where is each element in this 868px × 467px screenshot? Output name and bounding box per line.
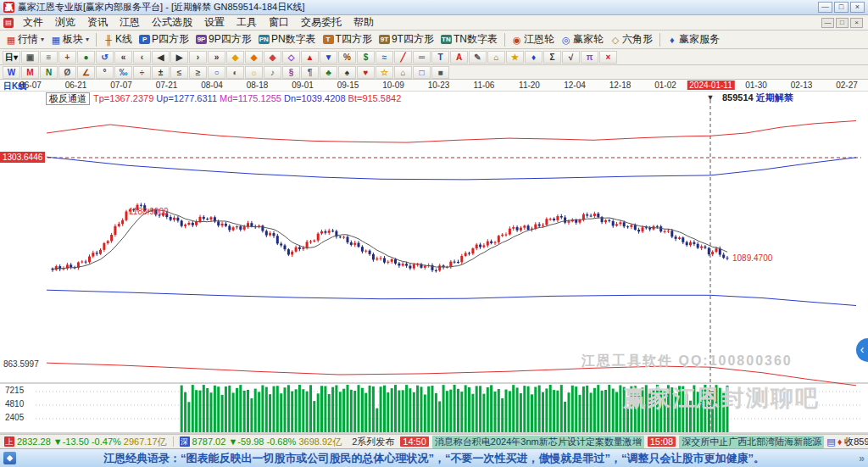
tool-icon-tb3-19[interactable]: ♠ <box>338 66 356 79</box>
tool-icon-tb3-2[interactable]: M <box>21 66 39 79</box>
tool-icon-tb2-11[interactable]: › <box>189 51 207 64</box>
tool-icon-tb2-23[interactable]: ═ <box>413 51 431 64</box>
tool-icon-tb2-8[interactable]: ‹ <box>133 51 151 64</box>
tool-icon-tb2-31[interactable]: √ <box>562 51 580 64</box>
tool-icon-tb3-5[interactable]: ∠ <box>77 66 95 79</box>
tool-icon-tb3-15[interactable]: ♪ <box>264 66 281 79</box>
tool-icon-tb2-22[interactable]: ╱ <box>394 51 412 64</box>
quote-scroll-icon[interactable]: » <box>859 453 865 464</box>
menu-item-10[interactable]: 帮助 <box>348 15 380 30</box>
toolbar-button-P四方形[interactable]: PP四方形 <box>136 31 192 47</box>
date-tick-highlight: 2024-01-11 <box>687 81 734 90</box>
tool-icon-tb3-16[interactable]: § <box>282 66 300 79</box>
toolbar-button-赢家轮[interactable]: ◎赢家轮 <box>558 31 607 47</box>
tool-icon-tb2-9[interactable]: ◀ <box>152 51 170 64</box>
p-square-icon: P <box>139 35 150 44</box>
toolbar-button-江恩轮[interactable]: ◉江恩轮 <box>509 31 558 47</box>
toolbar-button-9P四方形[interactable]: 9P9P四方形 <box>192 31 255 47</box>
tool-icon-tb2-13[interactable]: ◆ <box>226 51 244 64</box>
tool-icon-tb2-17[interactable]: ▲ <box>301 51 319 64</box>
mdi-close-button[interactable]: × <box>850 18 863 28</box>
toolbar-button-T四方形[interactable]: TT四方形 <box>320 31 376 47</box>
tool-icon-tb2-15[interactable]: ◆ <box>264 51 281 64</box>
tool-icon-tb2-21[interactable]: ≈ <box>376 51 393 64</box>
tool-icon-tb2-29[interactable]: ♦ <box>525 51 542 64</box>
ticker-item[interactable]: 深交所中止广西北部湾陆海新能源 <box>679 436 824 448</box>
menu-item-4[interactable]: 江恩 <box>114 15 146 30</box>
menu-item-6[interactable]: 设置 <box>198 15 231 30</box>
menu-item-9[interactable]: 交易委托 <box>295 15 348 30</box>
news-ticker[interactable]: 2系列发布14:50消息称台积电2024年3nm新芯片设计定案数量激增15:08… <box>349 436 824 448</box>
tool-icon-tb2-5[interactable]: ● <box>77 51 95 64</box>
toolbar-button-PN数字表[interactable]: PNPN数字表 <box>255 31 320 47</box>
tool-icon-tb2-2[interactable]: ▣ <box>21 51 39 64</box>
tool-icon-tb3-20[interactable]: ♥ <box>357 66 375 79</box>
mdi-restore-button[interactable]: □ <box>836 18 849 28</box>
indicator-chip[interactable]: 极反通道 <box>46 92 90 105</box>
menu-item-7[interactable]: 工具 <box>231 15 263 30</box>
svg-text:▼: ▼ <box>707 93 715 102</box>
tool-icon-tb3-21[interactable]: ☆ <box>376 66 393 79</box>
tool-icon-tb2-26[interactable]: ✎ <box>469 51 487 64</box>
tool-icon-tb2-28[interactable]: ★ <box>506 51 524 64</box>
tool-icon-tb3-9[interactable]: ± <box>152 66 170 79</box>
ticker-item[interactable]: 消息称台积电2024年3nm新芯片设计定案数量激增 <box>432 436 644 448</box>
tool-icon-tb3-8[interactable]: ÷ <box>133 66 151 79</box>
tool-icon-tb3-3[interactable]: N <box>40 66 58 79</box>
tool-icon-tb3-1[interactable]: W <box>3 66 20 79</box>
tool-icon-tb2-20[interactable]: $ <box>357 51 375 64</box>
tool-icon-tb3-11[interactable]: ≥ <box>189 66 207 79</box>
tool-icon-tb3-14[interactable]: ☼ <box>245 66 263 79</box>
tool-icon-tb2-10[interactable]: ▶ <box>170 51 188 64</box>
ticker-item[interactable]: 2系列发布 <box>349 436 397 448</box>
tool-icon-tb3-7[interactable]: ‰ <box>114 66 132 79</box>
toolbar-button-六角形[interactable]: ◇六角形 <box>607 31 656 47</box>
tool-icon-tb3-10[interactable]: ≤ <box>170 66 188 79</box>
toolbar-button-TN数字表[interactable]: TNTN数字表 <box>437 31 501 47</box>
menu-item-1[interactable]: 文件 <box>17 15 49 30</box>
toolbar-button-行情[interactable]: ▦行情▾ <box>3 31 47 47</box>
tool-icon-tb3-23[interactable]: □ <box>413 66 431 79</box>
tool-icon-tb2-33[interactable]: × <box>599 51 617 64</box>
minimize-button[interactable]: — <box>818 2 832 13</box>
tool-icon-tb2-7[interactable]: « <box>114 51 132 64</box>
menu-item-8[interactable]: 窗口 <box>263 15 295 30</box>
tool-icon-tb2-16[interactable]: ◇ <box>282 51 300 64</box>
toolbar-button-赢家服务[interactable]: ♦赢家服务 <box>664 31 723 47</box>
tool-icon-tb3-24[interactable]: ■ <box>431 66 449 79</box>
toolbar-button-板块[interactable]: ▦板块▾ <box>47 31 92 47</box>
tool-icon-tb2-14[interactable]: ◆ <box>245 51 263 64</box>
tool-icon-tb3-17[interactable]: ¶ <box>301 66 319 79</box>
tool-icon-tb2-30[interactable]: Σ <box>543 51 561 64</box>
close-button[interactable]: × <box>850 2 865 13</box>
mdi-minimize-button[interactable]: — <box>821 18 834 28</box>
date-tick: 12-04 <box>564 81 586 90</box>
tool-icon-tb2-12[interactable]: » <box>208 51 225 64</box>
indicator-param: Dn=1039.4208 <box>284 93 348 103</box>
tool-icon-tb2-32[interactable]: π <box>581 51 598 64</box>
ticker-item[interactable]: 14:50 <box>400 436 429 447</box>
ticker-item[interactable]: 15:08 <box>648 436 676 447</box>
tool-icon-tb3-12[interactable]: ○ <box>208 66 225 79</box>
toolbar-button-K线[interactable]: ╫K线 <box>100 31 136 47</box>
menu-item-5[interactable]: 公式选股 <box>146 15 198 30</box>
menu-item-2[interactable]: 浏览 <box>49 15 81 30</box>
tool-icon-tb2-24[interactable]: T <box>431 51 449 64</box>
menu-item-3[interactable]: 资讯 <box>81 15 114 30</box>
tool-icon-tb2-27[interactable]: ⌂ <box>487 51 505 64</box>
tool-icon-tb2-4[interactable]: + <box>58 51 76 64</box>
tool-icon-tb2-18[interactable]: ▼ <box>320 51 337 64</box>
tool-icon-tb2-19[interactable]: % <box>338 51 356 64</box>
tool-icon-tb3-18[interactable]: ♣ <box>320 66 337 79</box>
tool-icon-tb2-6[interactable]: ↺ <box>96 51 114 64</box>
tool-icon-tb3-22[interactable]: ⌂ <box>394 66 412 79</box>
maximize-button[interactable]: □ <box>834 2 849 13</box>
tool-icon-tb3-6[interactable]: ° <box>96 66 114 79</box>
tool-icon-tb2-1[interactable]: 日▾ <box>3 51 20 64</box>
indicator-param: Up=1277.6311 <box>156 93 220 103</box>
tool-icon-tb3-4[interactable]: Ø <box>58 66 76 79</box>
toolbar-button-9T四方形[interactable]: 9T9T四方形 <box>376 31 437 47</box>
tool-icon-tb2-25[interactable]: A <box>450 51 468 64</box>
tool-icon-tb3-13[interactable]: ◐ <box>226 66 244 79</box>
tool-icon-tb2-3[interactable]: ≡ <box>40 51 58 64</box>
